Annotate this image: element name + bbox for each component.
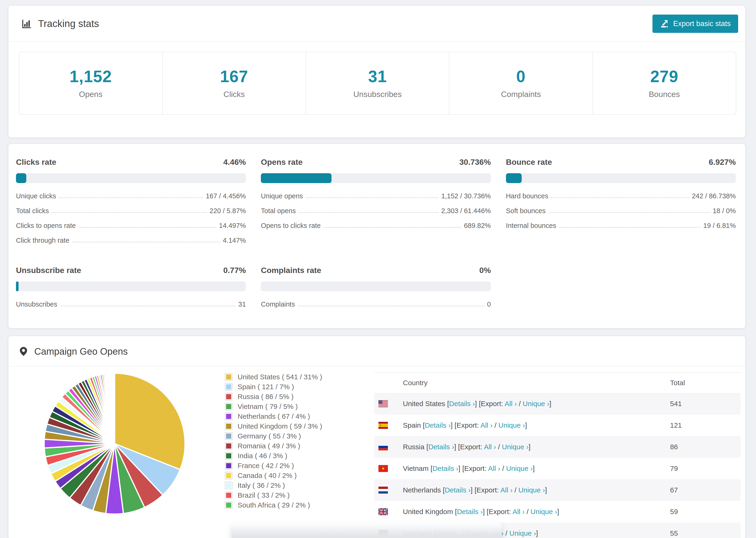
progress-bar-fill bbox=[16, 173, 26, 183]
rate-detail-rows: Unsubscribes31 bbox=[16, 297, 246, 312]
export-all-link[interactable]: All › bbox=[505, 400, 517, 407]
legend-swatch-icon bbox=[225, 442, 233, 450]
rate-block-unsubscribe: Unsubscribe rate 0.77% Unsubscribes31 bbox=[16, 266, 246, 312]
export-unique-link[interactable]: Unique › bbox=[518, 486, 545, 494]
export-unique-link[interactable]: Unique › bbox=[531, 508, 557, 515]
legend-swatch-icon bbox=[225, 452, 233, 459]
geo-table-row: Vietnam [Details ›] [Export: All › / Uni… bbox=[374, 458, 740, 479]
legend-item: South Africa ( 29 / 2% ) bbox=[225, 500, 366, 510]
export-all-link[interactable]: All › bbox=[484, 443, 496, 451]
legend-item: United States ( 541 / 31% ) bbox=[225, 372, 366, 382]
dotted-leader bbox=[59, 197, 203, 198]
geo-pie-chart[interactable] bbox=[39, 368, 190, 519]
legend-item: Brazil ( 33 / 2% ) bbox=[225, 490, 366, 500]
geo-table-row: Spain [Details ›] [Export: All › / Uniqu… bbox=[374, 414, 740, 436]
stat-label: Bounces bbox=[593, 90, 736, 99]
rate-detail-row: Opens to clicks rate689.82% bbox=[261, 218, 491, 233]
geo-table-row: United Kingdom [Details ›] [Export: All … bbox=[374, 501, 740, 522]
geo-total-value: 67 bbox=[670, 486, 740, 494]
legend-label: Vietnam ( 79 / 5% ) bbox=[238, 403, 298, 410]
stat-label: Opens bbox=[19, 90, 162, 99]
export-unique-link[interactable]: Unique › bbox=[502, 443, 528, 451]
export-unique-link[interactable]: Unique › bbox=[523, 400, 549, 407]
country-cell: Russia [Details ›] [Export: All › / Uniq… bbox=[403, 443, 670, 451]
legend-item: Romania ( 49 / 3% ) bbox=[225, 441, 366, 451]
legend-label: United States ( 541 / 31% ) bbox=[238, 373, 322, 381]
legend-swatch-icon bbox=[225, 393, 233, 401]
dotted-leader bbox=[549, 212, 710, 213]
details-link[interactable]: Details › bbox=[425, 421, 451, 429]
rates-card: Clicks rate 4.46% Unique clicks167 / 4.4… bbox=[8, 143, 746, 329]
export-icon bbox=[660, 19, 669, 28]
export-all-link[interactable]: All › bbox=[500, 486, 513, 494]
export-all-link[interactable]: All › bbox=[488, 464, 500, 472]
rate-detail-row: Hard bounces242 / 86.738% bbox=[506, 189, 736, 203]
rate-title: Unsubscribe rate bbox=[16, 266, 81, 275]
export-unique-link[interactable]: Unique › bbox=[506, 464, 533, 472]
stat-value: 279 bbox=[593, 67, 736, 86]
summary-stat: 31Unsubscribes bbox=[306, 52, 449, 114]
rate-value: 0.77% bbox=[223, 266, 246, 275]
rate-detail-rows: Complaints0 bbox=[261, 297, 491, 312]
rate-detail-row: Complaints0 bbox=[261, 297, 491, 312]
map-pin-icon bbox=[19, 346, 28, 357]
geo-table: Country Total United States [Details ›] … bbox=[374, 372, 740, 538]
flag-ru-icon bbox=[378, 443, 388, 451]
progress-bar bbox=[261, 173, 491, 183]
geo-legend: United States ( 541 / 31% )Spain ( 121 /… bbox=[225, 372, 366, 510]
export-all-link[interactable]: All › bbox=[513, 508, 525, 515]
export-unique-link[interactable]: Unique › bbox=[499, 421, 525, 429]
legend-label: Brazil ( 33 / 2% ) bbox=[238, 491, 290, 499]
legend-label: India ( 46 / 3% ) bbox=[238, 452, 287, 460]
details-link[interactable]: Details › bbox=[432, 464, 458, 472]
rate-value: 4.46% bbox=[223, 157, 246, 167]
dotted-leader bbox=[298, 306, 484, 306]
rate-title: Complaints rate bbox=[261, 266, 321, 275]
progress-bar bbox=[261, 282, 491, 291]
summary-stats-row: 1,152Opens167Clicks31Unsubscribes0Compla… bbox=[19, 52, 736, 115]
rate-title: Bounce rate bbox=[506, 157, 552, 167]
details-link[interactable]: Details › bbox=[457, 508, 483, 515]
geo-table-row: Netherlands [Details ›] [Export: All › /… bbox=[374, 479, 740, 501]
progress-bar bbox=[16, 282, 246, 291]
country-cell: United Kingdom [Details ›] [Export: All … bbox=[403, 508, 670, 516]
rate-detail-row: Total opens2,303 / 61.446% bbox=[261, 203, 491, 218]
details-link[interactable]: Details › bbox=[445, 486, 470, 494]
rate-value: 0% bbox=[479, 266, 491, 275]
pie-slice[interactable] bbox=[114, 373, 115, 444]
dotted-leader bbox=[306, 197, 438, 198]
legend-item: Vietnam ( 79 / 5% ) bbox=[225, 402, 366, 411]
progress-bar bbox=[16, 173, 246, 183]
details-link[interactable]: Details › bbox=[428, 443, 454, 451]
legend-item: Russia ( 86 / 5% ) bbox=[225, 392, 366, 402]
export-unique-link[interactable]: Unique › bbox=[510, 529, 536, 537]
flag-nl-icon bbox=[378, 487, 388, 494]
legend-label: France ( 42 / 2% ) bbox=[238, 462, 294, 470]
export-all-link[interactable]: All › bbox=[480, 421, 493, 429]
stat-value: 167 bbox=[163, 67, 306, 86]
rate-value: 30.736% bbox=[459, 157, 491, 167]
legend-swatch-icon bbox=[225, 501, 233, 509]
geo-table-header: Country Total bbox=[374, 373, 740, 393]
legend-swatch-icon bbox=[225, 383, 233, 391]
details-link[interactable]: Details › bbox=[449, 400, 475, 407]
rate-detail-row: Clicks to opens rate14.497% bbox=[16, 218, 246, 233]
geo-table-row: Russia [Details ›] [Export: All › / Uniq… bbox=[374, 436, 740, 458]
geo-total-value: 541 bbox=[670, 400, 740, 408]
stat-label: Clicks bbox=[163, 90, 306, 99]
legend-swatch-icon bbox=[225, 422, 233, 430]
geo-total-value: 55 bbox=[670, 529, 740, 537]
geo-opens-card: Campaign Geo Opens United States ( 541 /… bbox=[8, 336, 746, 538]
rate-detail-row: Unique opens1,152 / 30.736% bbox=[261, 189, 491, 203]
export-basic-stats-button[interactable]: Export basic stats bbox=[652, 15, 738, 33]
country-cell: Vietnam [Details ›] [Export: All › / Uni… bbox=[403, 464, 670, 472]
legend-item: United Kingdom ( 59 / 3% ) bbox=[225, 421, 366, 431]
dotted-leader bbox=[52, 212, 207, 213]
summary-stat: 0Complaints bbox=[449, 52, 592, 114]
rate-value: 6.927% bbox=[709, 157, 736, 167]
geo-section-header: Campaign Geo Opens bbox=[9, 336, 745, 367]
rate-detail-row: Unique clicks167 / 4.456% bbox=[16, 189, 246, 203]
rate-detail-rows: Unique clicks167 / 4.456%Total clicks220… bbox=[16, 189, 246, 248]
rate-title: Opens rate bbox=[261, 157, 303, 167]
flag-gb-icon bbox=[378, 508, 388, 515]
